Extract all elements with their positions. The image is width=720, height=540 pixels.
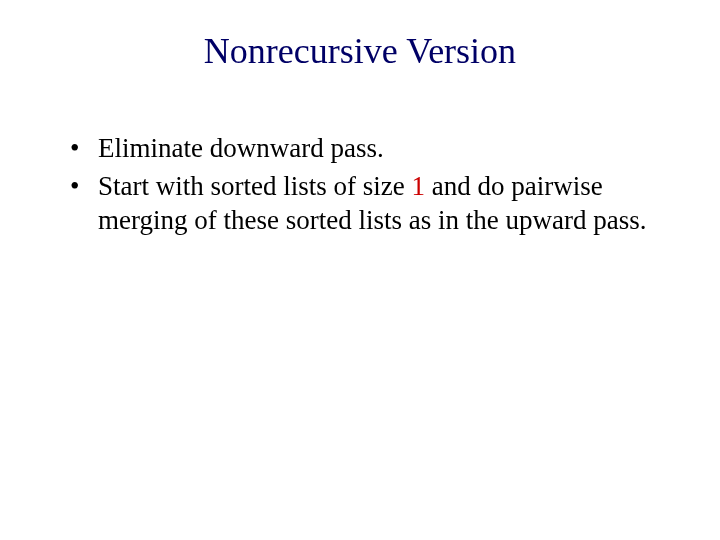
slide-title: Nonrecursive Version [60,30,660,72]
list-item: Start with sorted lists of size 1 and do… [70,170,660,238]
bullet-text: Eliminate downward pass. [98,133,384,163]
bullet-list: Eliminate downward pass. Start with sort… [70,132,660,237]
slide: Nonrecursive Version Eliminate downward … [0,0,720,540]
highlight-number: 1 [411,171,425,201]
list-item: Eliminate downward pass. [70,132,660,166]
bullet-text-pre: Start with sorted lists of size [98,171,411,201]
